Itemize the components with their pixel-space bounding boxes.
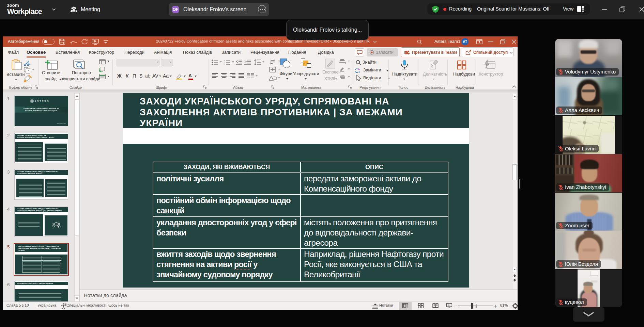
svg-text:3: 3 <box>224 63 225 65</box>
svg-text:c: c <box>358 70 360 73</box>
svg-text:T: T <box>405 51 407 54</box>
svg-text:ASTERS: ASTERS <box>35 100 50 102</box>
svg-text:A: A <box>273 59 275 62</box>
